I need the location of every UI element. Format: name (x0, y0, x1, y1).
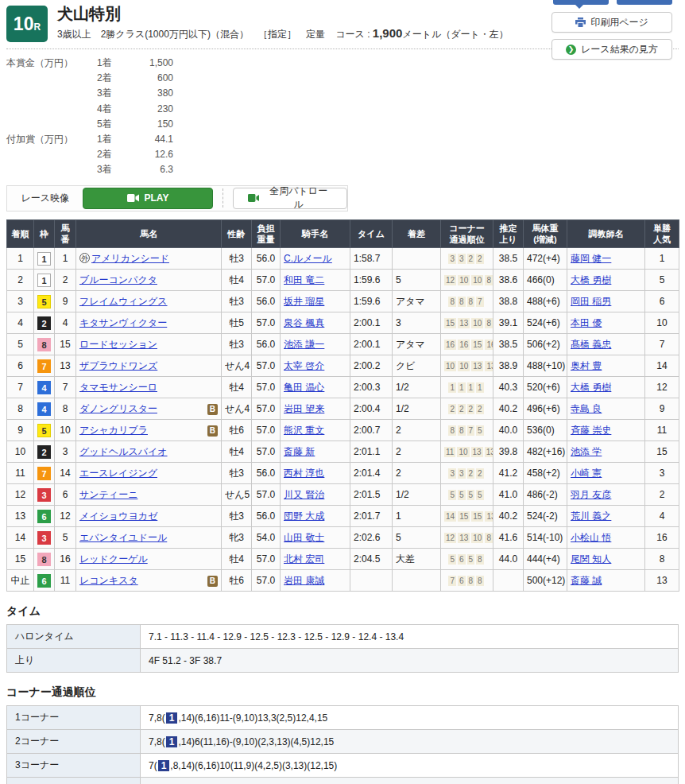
results-column-header: タイム (350, 219, 393, 248)
corner-positions: 1513108 (441, 312, 493, 334)
trainer-link[interactable]: 奥村 豊 (571, 360, 602, 371)
finish-time: 2:00.1 (350, 312, 393, 334)
trainer-link[interactable]: 藤岡 健一 (571, 253, 611, 264)
jockey-link[interactable]: 泉谷 楓真 (284, 317, 324, 328)
horse-number: 12 (55, 506, 76, 527)
corner-position-number: 8 (467, 297, 475, 307)
jockey-link[interactable]: 斎藤 新 (284, 446, 315, 457)
jockey-link[interactable]: 岩田 望来 (284, 403, 324, 414)
corner-positions: 5555 (441, 484, 493, 506)
result-guide-button[interactable]: ❯ レース結果の見方 (551, 39, 672, 60)
frame-cell: 7 (34, 463, 55, 484)
corner-position-number: 2 (458, 404, 466, 414)
jockey-link[interactable]: 川又 賢治 (284, 489, 324, 500)
horse-weight: 488(+10) (524, 355, 567, 377)
frame-cell: 1 (34, 248, 55, 270)
horse-name-link[interactable]: アシャカリブラ (79, 425, 148, 436)
trainer-link[interactable]: 岡田 稲男 (571, 296, 611, 307)
trainer-link[interactable]: 斎藤 誠 (571, 575, 602, 586)
sex-age: 牡3 (222, 291, 252, 312)
corner-position-number: 8 (448, 425, 456, 436)
trainer-link[interactable]: 大橋 勇樹 (571, 274, 611, 285)
trainer-link[interactable]: 池添 学 (571, 446, 602, 457)
jockey-link[interactable]: 団野 大成 (284, 510, 324, 522)
horse-name-link[interactable]: ザプラウドワンズ (79, 360, 157, 371)
margin: アタマ (393, 291, 441, 312)
horse-name-link[interactable]: メイショウヨカゼ (79, 510, 157, 522)
corner-position-number: 6 (458, 554, 466, 565)
horse-name-link[interactable]: レッドクーゲル (79, 553, 148, 565)
jockey-link[interactable]: 亀田 温心 (284, 382, 324, 393)
finish-time: 2:00.7 (350, 420, 393, 441)
carried-weight: 57.0 (252, 549, 281, 570)
corner-position-number: 10 (458, 275, 470, 285)
horse-name-link[interactable]: エースレイジング (79, 468, 157, 479)
jockey-link[interactable]: 山田 敬士 (284, 532, 324, 543)
corner-position-number: 8 (485, 275, 493, 285)
horse-name-link[interactable]: キタサンヴィクター (79, 317, 167, 328)
prize-pair: 3着380 (89, 86, 173, 101)
prize-pair: 1着44.1 (89, 132, 173, 147)
horse-name-link[interactable]: フレイムウィングス (79, 296, 168, 307)
patrol-video-button[interactable]: 全周パトロール (233, 188, 347, 209)
horse-name-link[interactable]: グッドヘルスバイオ (79, 446, 168, 457)
corner-positions: 1210108 (441, 270, 493, 291)
horse-name-link[interactable]: ロードセッション (79, 339, 157, 350)
jockey-link[interactable]: 坂井 瑠星 (284, 296, 324, 307)
corner-position-number: 1 (458, 382, 466, 393)
print-page-button[interactable]: 印刷用ページ (551, 12, 672, 33)
jockey-link[interactable]: 熊沢 重文 (284, 425, 324, 436)
trainer-link[interactable]: 髙橋 義忠 (571, 339, 611, 350)
blinker-badge: B (207, 425, 218, 437)
corner-table: 1コーナー7,8(1,14)(6,16)11-(9,10)13,3(2,5)12… (6, 705, 679, 784)
frame-number-badge: 2 (37, 316, 51, 330)
win-popularity: 3 (645, 463, 679, 484)
jockey-link[interactable]: 和田 竜二 (284, 274, 324, 285)
horse-name-link[interactable]: ブルーコンパクタ (79, 274, 157, 285)
jockey-link[interactable]: 池添 謙一 (284, 339, 324, 350)
jockey-link[interactable]: 太宰 啓介 (284, 360, 324, 371)
horse-number: 10 (55, 420, 76, 441)
horse-name-link[interactable]: ダノングリスター (79, 403, 157, 414)
horse-name-link[interactable]: エバンタイユドール (79, 532, 167, 543)
result-row: 1435エバンタイユドール牝354.0山田 敬士2:02.65121310841… (7, 527, 679, 549)
horse-name-link[interactable]: サンティーニ (79, 489, 137, 500)
trainer-link[interactable]: 斉藤 崇史 (571, 425, 611, 436)
results-header-row: 着順枠馬番馬名性齢負担重量騎手名タイム着差コーナー通過順位推定上り馬体重(増減)… (7, 219, 679, 248)
corner-row-value: 7,8(1,14)(6,16)11-(9,10)13,3(2,5)12,4,15 (141, 706, 679, 730)
finish-time: 2:00.2 (350, 355, 393, 377)
trainer-link[interactable]: 本田 優 (571, 317, 602, 328)
corner-position-number: 12 (444, 533, 456, 543)
horse-weight: 514(-10) (524, 527, 567, 549)
frame-number-badge: 8 (37, 338, 51, 351)
time-section-title: タイム (6, 604, 679, 619)
horse-number: 4 (55, 312, 76, 334)
trainer-link[interactable]: 荒川 義之 (571, 510, 611, 522)
finish-position: 4 (7, 312, 34, 334)
margin: 大差 (393, 549, 441, 570)
horse-name-link[interactable]: アメリカンシード (91, 253, 169, 264)
prize-amount: 150 (122, 117, 173, 132)
frame-cell: 8 (34, 549, 55, 570)
trainer-link[interactable]: 大橋 勇樹 (571, 382, 611, 393)
last-3f-time: 40.2 (493, 398, 524, 420)
race-video-play-button[interactable]: PLAY (83, 188, 212, 209)
trainer-link[interactable]: 尾関 知人 (571, 553, 611, 565)
jockey-link[interactable]: 北村 宏司 (284, 553, 324, 565)
margin: 2 (393, 441, 441, 463)
trainer-link[interactable]: 小桧山 悟 (571, 532, 611, 543)
trainer-link[interactable]: 寺島 良 (571, 403, 602, 414)
horse-name-link[interactable]: タマモサンシーロ (79, 382, 157, 393)
carried-weight: 56.0 (252, 291, 281, 312)
corner-positions: 8887 (441, 291, 493, 312)
cutoff-button-right[interactable] (617, 0, 672, 5)
trainer-link[interactable]: 小崎 憲 (571, 468, 602, 479)
horse-name-link[interactable]: レコンキスタ (79, 575, 138, 586)
frame-number-badge: 5 (37, 295, 51, 309)
jockey-link[interactable]: C.ルメール (284, 253, 332, 264)
jockey-link[interactable]: 岩田 康誠 (284, 575, 324, 586)
jockey-cell: 川又 賢治 (281, 484, 350, 506)
result-guide-label: レース結果の見方 (581, 43, 658, 56)
jockey-link[interactable]: 西村 淳也 (284, 468, 324, 479)
trainer-link[interactable]: 羽月 友彦 (571, 489, 611, 500)
